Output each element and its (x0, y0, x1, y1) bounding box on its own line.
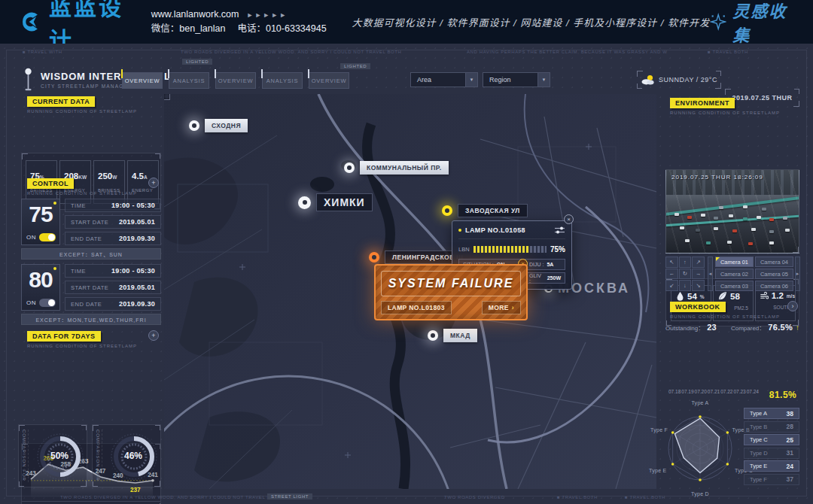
tab-analysis-2[interactable]: ANALYSIS (262, 72, 303, 89)
popup-close-icon[interactable]: × (564, 214, 574, 224)
trend-up-icon: ↑ (796, 323, 799, 332)
comparison-gauge-1: COMPARISON FOR 50% (18, 424, 87, 487)
map-point-mkad[interactable]: МКАД (428, 329, 477, 342)
lamp-pin-icon[interactable] (442, 205, 452, 216)
streetlamp-icon (23, 68, 34, 92)
lanlan-logo-icon (18, 8, 41, 35)
map-point-khimki[interactable]: ХИМКИ (298, 193, 373, 211)
list-item-type-f[interactable]: Type F37 (744, 474, 799, 485)
row-value: 19:00 - 05:30 (111, 267, 155, 275)
map-point-zavodskaya[interactable]: ЗАВОДСКАЯ УЛ (442, 204, 528, 217)
map-label: СХОДНЯ (205, 119, 248, 132)
camera-02-button[interactable]: Camera 02 (715, 269, 754, 279)
lamp-pin-icon[interactable] (298, 196, 311, 209)
list-item-type-d[interactable]: Type D31 (744, 448, 799, 459)
city-map[interactable]: СХОДНЯ КОММУНАЛЬНЫЙ ПР. ХИМКИ ЗАВОДСКАЯ … (164, 94, 656, 489)
schedule-toggle[interactable] (39, 299, 56, 307)
camera-06-button[interactable]: Camera 06 (755, 281, 793, 291)
camera-03-button[interactable]: Camera 03 (715, 281, 754, 291)
list-item-type-c[interactable]: Type C25 (744, 434, 799, 445)
more-button[interactable]: MORE › (482, 301, 521, 314)
dpad-down[interactable]: ↓ (679, 280, 692, 291)
traffic-car (762, 208, 766, 211)
chart-expand-button[interactable]: + (148, 330, 159, 341)
camera-05-button[interactable]: Camera 05 (755, 269, 793, 279)
workbook-x-labels: 07.1807.1907.2007.2107.2207.2307.24 (665, 389, 762, 394)
camera-prev-icon[interactable]: ◄ (708, 257, 713, 291)
popup-row-gliv: GLIV : 250W (525, 272, 565, 284)
map-point-skhodnya[interactable]: СХОДНЯ (189, 119, 248, 132)
dpad-reset[interactable]: ↻ (679, 269, 692, 280)
on-label: ON (26, 234, 36, 241)
row-value: 2019.09.30 (119, 235, 155, 242)
control-expand-button[interactable]: + (148, 178, 159, 188)
tab-overview-3[interactable]: OVERVIEW (309, 72, 349, 89)
deco-badge: STREET LIGHT (267, 493, 312, 499)
dpad-up-right[interactable]: ↗ (692, 257, 705, 268)
x-tick: 07.21 (708, 389, 720, 394)
region-dropdown[interactable]: Region ▼ (483, 72, 550, 87)
row-label: END DATE (71, 235, 102, 242)
chevron-down-icon[interactable]: ▼ (465, 73, 477, 87)
sliders-icon[interactable] (554, 226, 565, 234)
traffic-car (696, 229, 700, 232)
area-dropdown[interactable]: Area ▼ (410, 72, 478, 87)
traffic-car (687, 216, 692, 219)
brightness-bar[interactable] (473, 246, 547, 253)
deco-text: ■ TRAVEL BOTH (708, 50, 748, 54)
radar-axis-label: Type A (652, 400, 748, 405)
workbook-next-button[interactable]: › (787, 301, 798, 311)
x-tick: 07.24 (747, 389, 759, 394)
deco-text: TWO ROADS DIVERGED IN A YELLOW WOOD, AND… (60, 495, 286, 499)
lamp-pin-icon[interactable] (428, 330, 438, 341)
tab-overview-2[interactable]: OVERVIEW (215, 72, 256, 89)
banner-contact: www.lanlanwork.com►►►►► 微信：ben_lanlan电话：… (151, 8, 327, 37)
tab-analysis-1[interactable]: ANALYSIS (169, 72, 209, 89)
brightness-box: 80 ON (21, 264, 60, 311)
control-schedule-1: 75 ON TIME 19:00 - 05:30 START DATE 2019… (21, 199, 161, 245)
row-label: END DATE (71, 301, 102, 308)
lbn-value: 75% (550, 245, 565, 254)
tab-overview-1[interactable]: OVERVIEW (122, 72, 163, 89)
stat-value: 54 (687, 292, 697, 301)
row-label: START DATE (71, 219, 108, 226)
lamp-pin-icon[interactable] (344, 162, 355, 173)
list-item-type-b[interactable]: Type B28 (744, 421, 799, 433)
panel-subtitle: RUNNING CONDITION OF STREETLAMP (27, 191, 137, 196)
dpad-up[interactable]: ↑ (679, 257, 692, 268)
camera-next-icon[interactable]: ► (795, 257, 800, 291)
x-axis-labels: 07.1807.1907.2007.2107.2207.2307.2407.24 (22, 501, 160, 504)
traffic-car (732, 229, 737, 232)
camera-04-button[interactable]: Camera 04 (755, 257, 793, 267)
dpad-right[interactable]: → (692, 269, 705, 280)
camera-01-button[interactable]: Camera 01 (715, 257, 754, 267)
chevron-down-icon[interactable]: ▼ (537, 73, 550, 87)
map-point-kommunalny[interactable]: КОММУНАЛЬНЫЙ ПР. (344, 161, 449, 175)
dpad-down-left[interactable]: ↙ (665, 280, 678, 291)
map-label: МКАД (443, 329, 477, 342)
compared-label: Compared： (731, 323, 765, 332)
x-tick: 07.19 (681, 389, 693, 394)
x-tick: 07.20 (695, 389, 707, 394)
except-bar: EXCEPT：SAT、SUN (21, 248, 161, 260)
date-text: 2019.07.25 THUR (732, 94, 792, 102)
dpad-up-left[interactable]: ↖ (665, 257, 678, 268)
x-tick: 07.23 (733, 389, 745, 394)
lamp-pin-icon[interactable] (189, 120, 199, 131)
deco-text: ■ TRAVEL WITH (23, 50, 62, 54)
schedule-toggle[interactable] (39, 233, 56, 241)
alert-lamp-id: LAMP NO.L01803 (381, 301, 452, 314)
traffic-car (714, 227, 718, 230)
lamp-pin-icon[interactable] (369, 252, 379, 263)
outstanding-value: 23 (707, 323, 717, 332)
camera-video-feed[interactable]: 2019.07.25 THUR 18:26:09 (665, 169, 799, 254)
panel-label-current-data: CURRENT DATA (27, 96, 95, 107)
list-item-type-a[interactable]: Type A38 (744, 408, 799, 419)
map-label: ЗАВОДСКАЯ УЛ (458, 204, 528, 217)
traffic-car (748, 242, 753, 245)
lamp-id: LAMP NO.L01058 (465, 226, 525, 234)
panel-label-control: CONTROL (27, 178, 74, 189)
list-item-type-e[interactable]: Type E24 (744, 460, 799, 472)
dpad-left[interactable]: ← (665, 269, 678, 280)
dpad-down-right[interactable]: ↘ (692, 280, 705, 291)
